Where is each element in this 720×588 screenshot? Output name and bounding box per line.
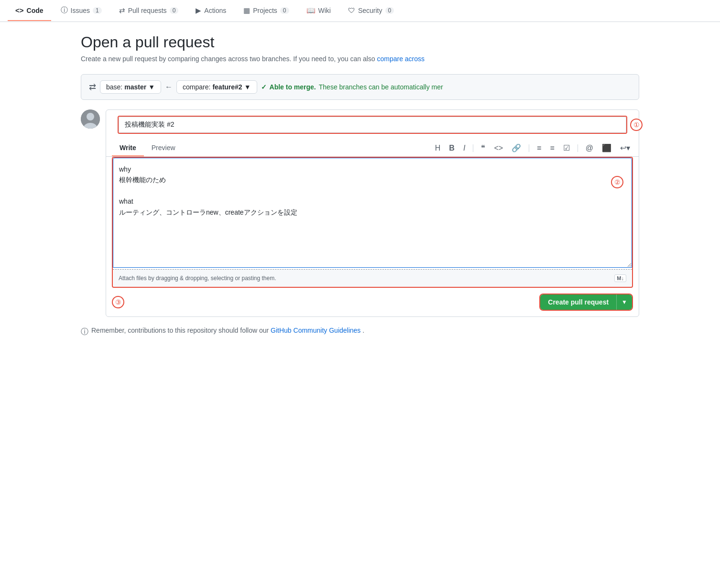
tab-code-label: Code <box>27 7 44 14</box>
compare-label: compare: <box>183 83 210 91</box>
avatar-image <box>81 109 100 129</box>
bullet-list-icon[interactable]: ≡ <box>534 142 544 154</box>
guidelines-link[interactable]: GitHub Community Guidelines <box>271 327 360 334</box>
pr-icon: ⇄ <box>119 6 125 15</box>
title-input-wrapper <box>118 116 627 134</box>
tab-projects-label: Projects <box>253 7 277 14</box>
pr-form: ① Write Preview H B I ❝ <> 🔗 ≡ ≡ <box>106 109 639 317</box>
create-pr-dropdown-button[interactable]: ▼ <box>616 294 632 310</box>
base-label: base: <box>106 83 122 91</box>
actions-icon: ▶ <box>196 6 201 15</box>
info-icon: ⓘ <box>81 327 88 337</box>
footer-note: ⓘ Remember, contributions to this reposi… <box>81 327 639 337</box>
tab-pull-requests[interactable]: ⇄ Pull requests 0 <box>111 0 186 22</box>
issues-badge: 1 <box>93 7 102 14</box>
security-badge: 0 <box>385 7 394 14</box>
actions-row: ③ Create pull request ▼ <box>106 288 639 316</box>
nav-tabs: <> Code ⓘ Issues 1 ⇄ Pull requests 0 ▶ A… <box>0 0 720 22</box>
subtitle-text: Create a new pull request by comparing c… <box>81 55 375 63</box>
preview-tab[interactable]: Preview <box>144 140 183 156</box>
tab-actions[interactable]: ▶ Actions <box>188 0 234 22</box>
projects-badge: 0 <box>280 7 289 14</box>
branch-compare-icon: ⇄ <box>89 82 96 92</box>
numbered-list-icon[interactable]: ≡ <box>547 142 557 154</box>
body-wrapper: ② why 根幹機能のため what ルーティング、コントローラnew、crea… <box>112 157 633 288</box>
ref-icon[interactable]: ⬛ <box>599 142 614 154</box>
base-branch-button[interactable]: base: master ▼ <box>100 80 161 94</box>
file-attach-area: Attach files by dragging & dropping, sel… <box>113 269 632 287</box>
check-icon: ✓ <box>261 83 267 91</box>
tab-security-label: Security <box>358 7 382 14</box>
annotation-1: ① <box>630 119 643 131</box>
compare-chevron-icon: ▼ <box>244 83 251 91</box>
branch-row: ⇄ base: master ▼ ← compare: feature#2 ▼ … <box>81 74 639 100</box>
heading-icon[interactable]: H <box>432 142 444 154</box>
page-content: Open a pull request Create a new pull re… <box>73 22 647 348</box>
tab-wiki[interactable]: 📖 Wiki <box>299 0 338 22</box>
compare-branch-button[interactable]: compare: feature#2 ▼ <box>176 80 257 94</box>
tab-projects[interactable]: ▦ Projects 0 <box>236 0 296 22</box>
page-title: Open a pull request <box>81 33 639 51</box>
code-icon[interactable]: <> <box>491 142 506 154</box>
editor-tabs: Write Preview H B I ❝ <> 🔗 ≡ ≡ ☑ @ <box>106 140 639 157</box>
body-outer: why 根幹機能のため what ルーティング、コントローラnew、create… <box>112 157 633 288</box>
task-list-icon[interactable]: ☑ <box>560 142 573 154</box>
code-icon: <> <box>15 6 24 14</box>
link-icon[interactable]: 🔗 <box>509 142 524 154</box>
mention-icon[interactable]: @ <box>583 142 596 154</box>
markdown-badge: M↓ <box>614 274 626 282</box>
svg-point-1 <box>87 113 94 120</box>
tab-wiki-label: Wiki <box>318 7 331 14</box>
write-tab[interactable]: Write <box>112 140 144 156</box>
body-textarea[interactable]: why 根幹機能のため what ルーティング、コントローラnew、create… <box>113 158 632 268</box>
merge-status-text: Able to merge. <box>270 83 316 91</box>
toolbar-icons: H B I ❝ <> 🔗 ≡ ≡ ☑ @ ⬛ ↩▾ <box>432 140 633 156</box>
tab-actions-label: Actions <box>204 7 226 14</box>
pr-badge: 0 <box>170 7 179 14</box>
footer-text: Remember, contributions to this reposito… <box>91 327 364 334</box>
tab-code[interactable]: <> Code <box>8 0 51 21</box>
compare-across-link[interactable]: compare across <box>377 55 425 63</box>
projects-icon: ▦ <box>243 6 250 15</box>
italic-icon[interactable]: I <box>460 142 468 154</box>
create-pr-button[interactable]: Create pull request <box>540 294 616 310</box>
tab-issues[interactable]: ⓘ Issues 1 <box>53 0 109 22</box>
annotation-3: ③ <box>112 296 124 308</box>
pr-form-container: ① Write Preview H B I ❝ <> 🔗 ≡ ≡ <box>81 109 639 317</box>
security-icon: 🛡 <box>348 6 355 14</box>
merge-status: ✓ Able to merge. These branches can be a… <box>261 83 443 91</box>
tab-security[interactable]: 🛡 Security 0 <box>340 0 402 21</box>
bold-icon[interactable]: B <box>446 142 458 154</box>
compare-value: feature#2 <box>212 83 242 91</box>
issues-icon: ⓘ <box>61 6 68 15</box>
merge-detail-text: These branches can be automatically mer <box>319 83 443 91</box>
tab-issues-label: Issues <box>71 7 90 14</box>
title-section: ① <box>112 116 633 134</box>
quote-icon[interactable]: ❝ <box>478 142 488 154</box>
create-pr-wrapper: Create pull request ▼ <box>539 294 633 311</box>
annotation-2: ② <box>611 176 623 188</box>
attach-text: Attach files by dragging & dropping, sel… <box>119 275 276 282</box>
title-input[interactable] <box>119 117 626 133</box>
base-chevron-icon: ▼ <box>148 83 155 91</box>
avatar <box>81 109 100 129</box>
wiki-icon: 📖 <box>306 6 316 15</box>
tab-pr-label: Pull requests <box>128 7 167 14</box>
undo-icon[interactable]: ↩▾ <box>617 142 633 154</box>
page-subtitle: Create a new pull request by comparing c… <box>81 55 639 63</box>
base-value: master <box>124 83 146 91</box>
arrow-left-icon: ← <box>165 83 173 91</box>
